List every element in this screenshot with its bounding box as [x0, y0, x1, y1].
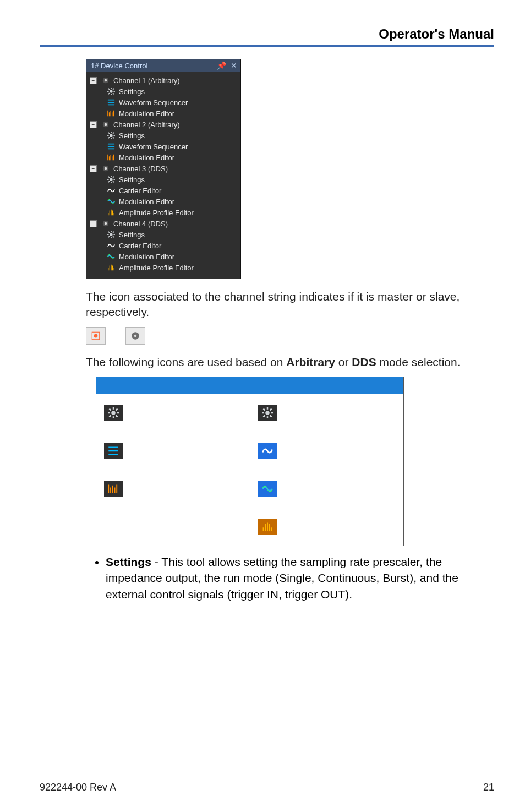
- device-control-panel: 1# Device Control 📌 ✕ −Channel 1 (Arbitr…: [86, 59, 241, 279]
- tree-item-label: Modulation Editor: [119, 253, 174, 261]
- tree-item-label: Settings: [119, 231, 145, 239]
- arbitrary-cell: [96, 470, 250, 508]
- col-dds: [250, 377, 404, 394]
- table-row: [96, 470, 404, 508]
- footer-left: 922244-00 Rev A: [40, 782, 116, 793]
- page-footer: 922244-00 Rev A 21: [40, 778, 494, 793]
- tree-item-label: Modulation Editor: [119, 154, 174, 162]
- sine-icon: [258, 481, 277, 497]
- channel-label: Channel 3 (DDS): [113, 165, 168, 173]
- modulation-icon: [104, 481, 123, 497]
- list-icon: [107, 142, 116, 151]
- tree-channel[interactable]: −Channel 3 (DDS): [90, 163, 237, 174]
- list-icon: [104, 443, 123, 459]
- tree-item[interactable]: Amplitude Profile Editor: [107, 207, 237, 218]
- channel-icon: [101, 76, 110, 85]
- dds-cell: [250, 432, 404, 470]
- tree-item-label: Modulation Editor: [119, 198, 174, 206]
- page-title: Operator's Manual: [40, 26, 494, 42]
- collapse-icon[interactable]: −: [90, 121, 97, 128]
- tree-item-label: Settings: [119, 176, 145, 184]
- amplitude-icon: [107, 208, 116, 217]
- bullet-settings: Settings - This tool allows setting the …: [106, 554, 494, 602]
- gear-icon: [104, 405, 123, 421]
- paragraph-mode-icons: The following icons are used based on Ar…: [86, 355, 494, 370]
- tree-item[interactable]: Settings: [107, 229, 237, 240]
- collapse-icon[interactable]: −: [90, 165, 97, 172]
- tree-item-label: Modulation Editor: [119, 110, 174, 118]
- tree-item-label: Waveform Sequencer: [119, 143, 188, 151]
- arbitrary-cell: [96, 394, 250, 432]
- tree-item[interactable]: Modulation Editor: [107, 196, 237, 207]
- amplitude-icon: [107, 263, 116, 272]
- wave-icon: [107, 241, 116, 250]
- channel-icon: [101, 120, 110, 129]
- gear-icon: [107, 87, 116, 96]
- list-icon: [107, 98, 116, 107]
- tree-item[interactable]: Settings: [107, 130, 237, 141]
- tree-item[interactable]: Modulation Editor: [107, 152, 237, 163]
- channel-label: Channel 1 (Arbitrary): [113, 77, 180, 85]
- tree-channel[interactable]: −Channel 2 (Arbitrary): [90, 119, 237, 130]
- wave-icon: [258, 443, 277, 459]
- gear-icon: [107, 175, 116, 184]
- tree-item-label: Settings: [119, 132, 145, 140]
- tree-item-label: Waveform Sequencer: [119, 99, 188, 107]
- sine-icon: [107, 252, 116, 261]
- gear-icon: [107, 230, 116, 239]
- collapse-icon[interactable]: −: [90, 77, 97, 84]
- tree-channel[interactable]: −Channel 1 (Arbitrary): [90, 75, 237, 86]
- slave-icon: [125, 327, 145, 345]
- wave-icon: [107, 186, 116, 195]
- gear-icon: [107, 131, 116, 140]
- table-row: [96, 432, 404, 470]
- sine-icon: [107, 197, 116, 206]
- tree-item[interactable]: Modulation Editor: [107, 251, 237, 262]
- gear-icon: [258, 405, 277, 421]
- tree-item[interactable]: Waveform Sequencer: [107, 97, 237, 108]
- arbitrary-cell: [96, 508, 250, 546]
- amplitude-icon: [258, 519, 277, 535]
- dds-cell: [250, 394, 404, 432]
- panel-title: 1# Device Control: [91, 62, 147, 70]
- dds-cell: [250, 470, 404, 508]
- modulation-icon: [107, 153, 116, 162]
- table-row: [96, 508, 404, 546]
- tree-item-label: Amplitude Profile Editor: [119, 264, 194, 272]
- footer-right: 21: [483, 782, 494, 793]
- tree-item-label: Settings: [119, 88, 145, 96]
- tree-item-label: Amplitude Profile Editor: [119, 209, 194, 217]
- arbitrary-cell: [96, 432, 250, 470]
- tree-item-label: Carrier Editor: [119, 187, 161, 195]
- tree-item[interactable]: Settings: [107, 174, 237, 185]
- panel-header: 1# Device Control 📌 ✕: [86, 59, 240, 72]
- master-slave-icon-row: [86, 327, 494, 345]
- tree-item[interactable]: Waveform Sequencer: [107, 141, 237, 152]
- close-icon[interactable]: ✕: [231, 61, 237, 70]
- channel-icon: [101, 164, 110, 173]
- tree-item[interactable]: Modulation Editor: [107, 108, 237, 119]
- header-rule: [40, 45, 494, 47]
- channel-label: Channel 2 (Arbitrary): [113, 121, 180, 129]
- paragraph-master-slave: The icon associated to the channel strin…: [86, 289, 494, 320]
- channel-label: Channel 4 (DDS): [113, 220, 168, 228]
- pin-icon[interactable]: 📌: [217, 61, 226, 70]
- tree-item[interactable]: Carrier Editor: [107, 185, 237, 196]
- modulation-icon: [107, 109, 116, 118]
- footer-rule: [40, 778, 494, 778]
- table-row: [96, 394, 404, 432]
- collapse-icon[interactable]: −: [90, 220, 97, 227]
- col-arbitrary: [96, 377, 250, 394]
- tree-item[interactable]: Carrier Editor: [107, 240, 237, 251]
- mode-icon-table: [96, 377, 404, 546]
- channel-icon: [101, 219, 110, 228]
- tree-channel[interactable]: −Channel 4 (DDS): [90, 218, 237, 229]
- bullet-list: Settings - This tool allows setting the …: [91, 554, 494, 602]
- dds-cell: [250, 508, 404, 546]
- tree-item-label: Carrier Editor: [119, 242, 161, 250]
- tree: −Channel 1 (Arbitrary)SettingsWaveform S…: [86, 72, 240, 279]
- master-icon: [86, 327, 106, 345]
- tree-item[interactable]: Amplitude Profile Editor: [107, 262, 237, 273]
- tree-item[interactable]: Settings: [107, 86, 237, 97]
